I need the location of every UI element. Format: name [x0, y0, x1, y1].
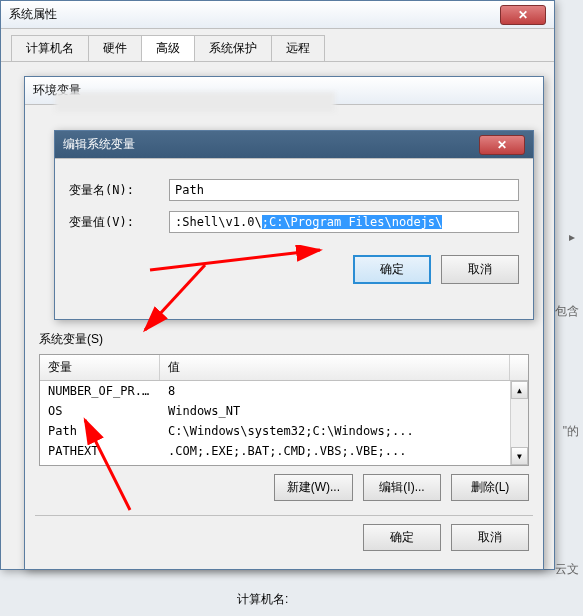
- bg-arrow: ▸: [569, 230, 575, 244]
- bg-text: 云文: [555, 561, 579, 578]
- sysprops-titlebar: 系统属性 ✕: [1, 1, 554, 29]
- cancel-button[interactable]: 取消: [451, 524, 529, 551]
- cell-name: PATHEXT: [40, 443, 160, 459]
- edit-sys-var-dialog: 编辑系统变量 ✕ 变量名(N): 变量值(V): :Shell\v1.0\;C:…: [54, 130, 534, 320]
- scroll-header: [510, 355, 528, 380]
- system-variables-label: 系统变量(S): [39, 331, 533, 348]
- editvar-titlebar: 编辑系统变量 ✕: [55, 131, 533, 159]
- ok-button[interactable]: 确定: [353, 255, 431, 284]
- blurred-text: [55, 92, 335, 112]
- close-button[interactable]: ✕: [500, 5, 546, 25]
- table-row[interactable]: OS Windows_NT: [40, 401, 528, 421]
- tab-advanced[interactable]: 高级: [141, 35, 195, 61]
- table-row[interactable]: PATHEXT .COM;.EXE;.BAT;.CMD;.VBS;.VBE;..…: [40, 441, 528, 461]
- ok-button[interactable]: 确定: [363, 524, 441, 551]
- var-name-input[interactable]: [169, 179, 519, 201]
- table-row[interactable]: NUMBER_OF_PR... 8: [40, 381, 528, 401]
- sysprops-tabs: 计算机名 硬件 高级 系统保护 远程: [1, 29, 554, 62]
- scroll-up-icon[interactable]: ▲: [511, 381, 528, 399]
- value-prefix-text: :Shell\v1.0\: [175, 215, 262, 229]
- col-value[interactable]: 值: [160, 355, 510, 380]
- bg-text: "的: [563, 423, 579, 440]
- table-header: 变量 值: [40, 355, 528, 381]
- var-value-input[interactable]: :Shell\v1.0\;C:\Program Files\nodejs\: [169, 211, 519, 233]
- scroll-track[interactable]: [511, 399, 528, 447]
- edit-button[interactable]: 编辑(I)...: [363, 474, 441, 501]
- value-selected-text: ;C:\Program Files\nodejs\: [262, 215, 443, 229]
- cell-value: Windows_NT: [160, 403, 528, 419]
- table-scrollbar[interactable]: ▲ ▼: [510, 381, 528, 465]
- col-variable[interactable]: 变量: [40, 355, 160, 380]
- cell-value: C:\Windows\system32;C:\Windows;...: [160, 423, 528, 439]
- tab-hardware[interactable]: 硬件: [88, 35, 142, 61]
- close-icon: ✕: [497, 138, 507, 152]
- computer-name-label: 计算机名:: [237, 591, 288, 608]
- cell-name: OS: [40, 403, 160, 419]
- editvar-title: 编辑系统变量: [63, 136, 135, 153]
- var-value-label: 变量值(V):: [69, 214, 169, 231]
- bg-text: 包含: [555, 303, 579, 320]
- tab-system-protection[interactable]: 系统保护: [194, 35, 272, 61]
- cell-value: .COM;.EXE;.BAT;.CMD;.VBS;.VBE;...: [160, 443, 528, 459]
- tab-computer-name[interactable]: 计算机名: [11, 35, 89, 61]
- sysprops-title: 系统属性: [9, 6, 57, 23]
- table-row[interactable]: Path C:\Windows\system32;C:\Windows;...: [40, 421, 528, 441]
- var-name-label: 变量名(N):: [69, 182, 169, 199]
- scroll-down-icon[interactable]: ▼: [511, 447, 528, 465]
- sys-vars-table: 变量 值 NUMBER_OF_PR... 8 OS Windows_NT Pat…: [39, 354, 529, 466]
- cell-name: Path: [40, 423, 160, 439]
- cancel-button[interactable]: 取消: [441, 255, 519, 284]
- close-icon: ✕: [518, 8, 528, 22]
- cell-name: NUMBER_OF_PR...: [40, 383, 160, 399]
- cell-value: 8: [160, 383, 528, 399]
- close-button[interactable]: ✕: [479, 135, 525, 155]
- tab-remote[interactable]: 远程: [271, 35, 325, 61]
- delete-button[interactable]: 删除(L): [451, 474, 529, 501]
- new-button[interactable]: 新建(W)...: [274, 474, 353, 501]
